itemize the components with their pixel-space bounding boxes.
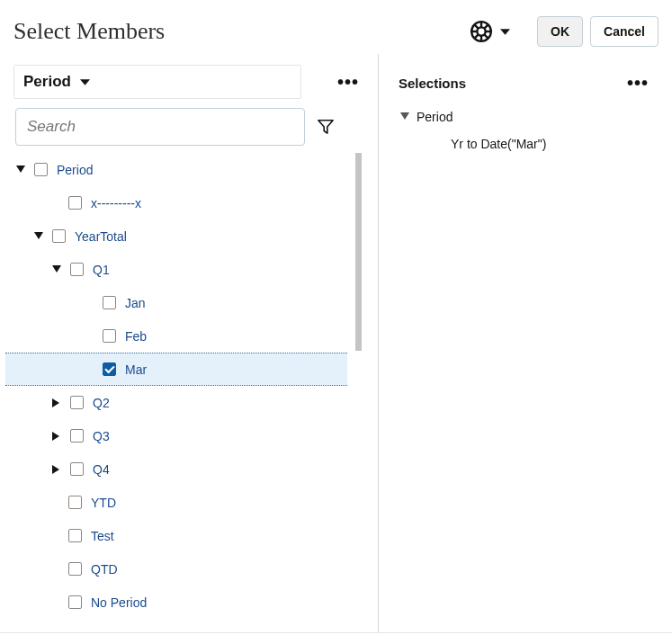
tree-node[interactable]: ▶ YTD	[5, 486, 378, 519]
node-label: Test	[91, 529, 114, 543]
selections-more-actions[interactable]: •••	[622, 69, 654, 97]
selections-pane: Selections ••• Period Yr to Date("Mar")	[378, 54, 672, 632]
checkbox[interactable]	[52, 229, 66, 243]
dimension-row: Period •••	[0, 61, 378, 104]
node-label: Q4	[93, 462, 110, 477]
tree-node[interactable]: ▶ QTD	[5, 552, 378, 586]
cancel-button[interactable]: Cancel	[590, 16, 659, 47]
tree-node[interactable]: ▶ Feb	[5, 319, 378, 353]
dialog-body: Period ••• Period	[0, 54, 672, 633]
tree-node[interactable]: ▶ No Period	[5, 586, 378, 619]
header-actions: OK Cancel	[470, 16, 659, 47]
svg-point-1	[477, 27, 485, 35]
node-label: Mar	[125, 362, 147, 377]
checkbox-checked[interactable]	[103, 362, 116, 376]
node-label: YearTotal	[75, 229, 127, 244]
checkbox[interactable]	[68, 496, 82, 509]
checkbox[interactable]	[70, 263, 84, 276]
node-label: YTD	[91, 496, 116, 510]
dialog-title: Select Members	[13, 18, 165, 45]
checkbox[interactable]	[68, 562, 82, 576]
checkbox[interactable]	[70, 429, 84, 443]
tree-node-q2[interactable]: Q2	[5, 386, 378, 419]
svg-line-8	[484, 24, 488, 28]
node-label: Feb	[125, 329, 147, 344]
tree-node-q1[interactable]: Q1	[5, 253, 378, 286]
collapse-icon[interactable]	[14, 165, 27, 174]
tree-node-q3[interactable]: Q3	[5, 419, 378, 452]
tree-node-period[interactable]: Period	[5, 153, 378, 186]
help-menu[interactable]	[470, 20, 510, 43]
help-icon	[470, 20, 493, 43]
selection-item[interactable]: Yr to Date("Mar")	[379, 131, 672, 151]
selections-root-label: Period	[417, 110, 452, 124]
checkbox[interactable]	[68, 529, 82, 542]
left-pane: Period ••• Period	[0, 54, 378, 632]
checkbox[interactable]	[68, 595, 82, 609]
dimension-label: Period	[23, 73, 71, 91]
node-label: Q3	[93, 429, 110, 443]
checkbox[interactable]	[70, 396, 84, 409]
checkbox[interactable]	[34, 163, 48, 176]
collapse-icon[interactable]	[32, 232, 45, 241]
node-label: Period	[57, 163, 93, 177]
svg-line-9	[474, 34, 478, 38]
collapse-icon[interactable]	[399, 112, 411, 121]
expand-icon[interactable]	[50, 432, 63, 441]
checkbox[interactable]	[103, 329, 116, 343]
tree-node-mar[interactable]: ▶ Mar	[5, 353, 347, 386]
expand-icon[interactable]	[50, 398, 63, 407]
selections-header: Selections •••	[379, 61, 672, 106]
left-more-actions[interactable]: •••	[332, 68, 364, 96]
tree-node[interactable]: ▶ Jan	[5, 286, 378, 319]
collapse-icon[interactable]	[50, 265, 63, 274]
search-input[interactable]	[15, 108, 305, 146]
selections-title: Selections	[399, 76, 466, 91]
dialog-header: Select Members OK	[0, 0, 672, 54]
node-label: QTD	[91, 562, 118, 577]
node-label: Jan	[125, 296, 146, 310]
ok-button[interactable]: OK	[537, 16, 583, 47]
tree-node[interactable]: ▶ x---------x	[5, 186, 378, 219]
chevron-down-icon	[80, 79, 90, 85]
filter-icon[interactable]	[318, 119, 334, 135]
checkbox[interactable]	[68, 196, 82, 210]
tree-node-q4[interactable]: Q4	[5, 452, 378, 486]
svg-line-6	[474, 24, 478, 28]
node-label: Q1	[93, 263, 110, 277]
node-label: No Period	[91, 595, 147, 610]
scrollbar[interactable]	[355, 153, 362, 351]
checkbox[interactable]	[103, 296, 116, 309]
search-row	[0, 104, 378, 153]
dimension-selector[interactable]: Period	[13, 65, 301, 99]
chevron-down-icon	[500, 29, 510, 35]
node-label: x---------x	[91, 196, 141, 210]
expand-icon[interactable]	[50, 465, 63, 474]
member-tree[interactable]: Period ▶ x---------x YearTotal	[5, 153, 378, 634]
node-label: Q2	[93, 396, 110, 410]
tree-node[interactable]: ▶ Test	[5, 519, 378, 552]
selections-root[interactable]: Period	[379, 106, 672, 131]
checkbox[interactable]	[70, 462, 84, 476]
svg-line-7	[484, 34, 488, 38]
tree-node-yeartotal[interactable]: YearTotal	[5, 219, 378, 253]
